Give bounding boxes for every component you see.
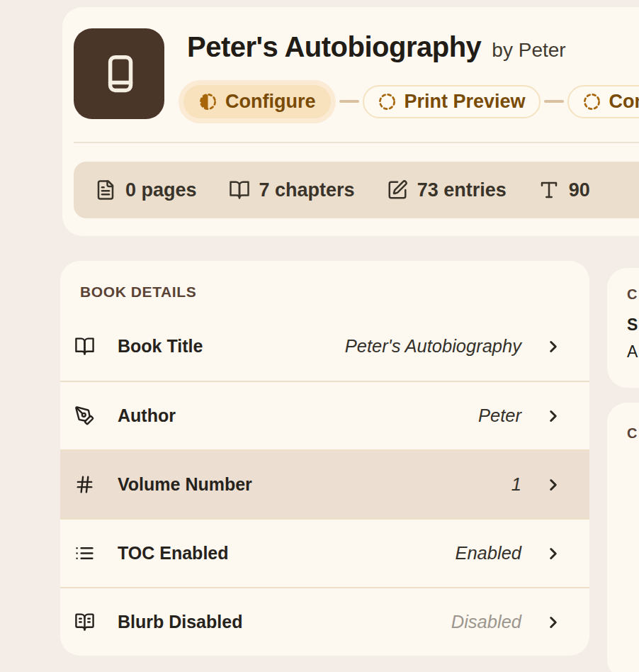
stat-label: 90 xyxy=(569,179,590,201)
detail-row-author[interactable]: AuthorPeter xyxy=(60,381,589,449)
step-label: Print Preview xyxy=(405,91,526,113)
chevron-right-icon xyxy=(544,476,562,494)
dashed-circle-icon xyxy=(378,92,397,111)
book-open-icon xyxy=(229,179,250,201)
row-label: Volume Number xyxy=(118,474,252,495)
title-row: Peter's Autobiography by Peter xyxy=(187,31,566,63)
chevron-right-icon xyxy=(544,337,562,356)
book-glyph-icon xyxy=(96,50,142,97)
file-text-icon xyxy=(95,179,116,201)
book-open-icon xyxy=(74,336,95,357)
section-title: BOOK DETAILS xyxy=(80,284,196,301)
stat-0-pages: 0 pages xyxy=(95,179,197,201)
detail-row-book-title[interactable]: Book TitlePeter's Autobiography xyxy=(60,312,589,381)
detail-row-volume-number[interactable]: Volume Number1 xyxy=(60,449,589,518)
half-filled-circle-icon xyxy=(198,92,217,111)
step-configure[interactable]: Configure xyxy=(183,85,331,118)
pen-tool-icon xyxy=(74,405,95,426)
side-card-text: S xyxy=(627,315,639,335)
hash-icon xyxy=(74,474,95,495)
book-cover-icon xyxy=(74,28,164,119)
row-value: Peter's Autobiography xyxy=(345,336,521,357)
book-open-text-icon xyxy=(74,612,95,632)
book-details-card: BOOK DETAILS Book TitlePeter's Autobiogr… xyxy=(60,261,589,656)
book-header-card: Peter's Autobiography by Peter Configure… xyxy=(62,7,639,236)
step-connector xyxy=(339,100,359,103)
dashed-circle-icon xyxy=(582,92,601,111)
detail-row-blurb-disabled[interactable]: Blurb DisabledDisabled xyxy=(60,587,589,656)
step-connector xyxy=(544,100,564,103)
stat-label: 0 pages xyxy=(125,179,197,201)
row-label: TOC Enabled xyxy=(118,543,229,564)
header-divider xyxy=(74,142,639,143)
row-value: Disabled xyxy=(451,612,521,632)
stat-90: 90 xyxy=(538,179,590,201)
stat-label: 73 entries xyxy=(417,179,507,201)
chevron-right-icon xyxy=(544,544,562,563)
book-stats-bar: 0 pages7 chapters73 entries90 xyxy=(74,162,639,218)
row-value: 1 xyxy=(511,474,521,495)
page-title: Peter's Autobiography xyxy=(187,31,481,63)
step-print-preview[interactable]: Print Preview xyxy=(363,85,541,118)
side-card: C xyxy=(607,403,639,672)
row-label: Blurb Disabled xyxy=(118,612,242,632)
side-card: CSA xyxy=(607,268,639,388)
row-value: Enabled xyxy=(455,543,521,564)
side-card-text: C xyxy=(627,286,639,303)
stat-label: 7 chapters xyxy=(259,179,355,201)
chevron-right-icon xyxy=(544,613,562,632)
side-card-text: C xyxy=(627,425,639,442)
list-icon xyxy=(74,543,95,564)
stat-73-entries: 73 entries xyxy=(387,179,507,201)
step-confirm[interactable]: Confirm xyxy=(567,85,639,118)
step-label: Confirm xyxy=(609,91,639,113)
detail-rows: Book TitlePeter's AutobiographyAuthorPet… xyxy=(60,312,589,656)
chevron-right-icon xyxy=(544,407,562,425)
author-byline: by Peter xyxy=(492,39,565,62)
active-step-ring: Configure xyxy=(179,80,336,123)
step-label: Configure xyxy=(225,91,316,113)
side-card-text: A xyxy=(627,342,639,362)
square-pen-icon xyxy=(387,179,408,201)
row-label: Book Title xyxy=(118,336,203,357)
workflow-steps: ConfigurePrint PreviewConfirm xyxy=(179,79,639,123)
row-value: Peter xyxy=(478,405,521,426)
type-icon xyxy=(538,179,560,201)
detail-row-toc-enabled[interactable]: TOC EnabledEnabled xyxy=(60,518,589,587)
stat-7-chapters: 7 chapters xyxy=(229,179,355,201)
row-label: Author xyxy=(118,405,176,426)
